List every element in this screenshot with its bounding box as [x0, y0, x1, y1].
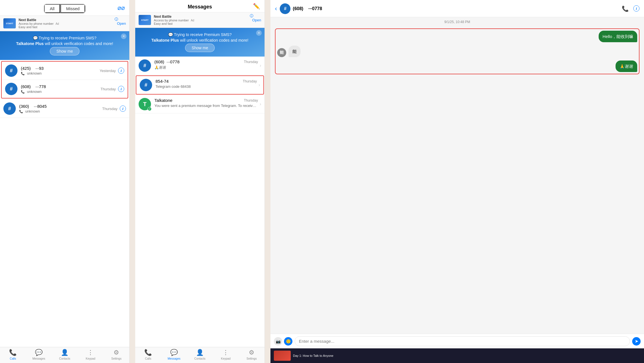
- all-missed-toggle[interactable]: All Missed: [44, 4, 86, 13]
- call-item-608[interactable]: # (608) ···778 📞 unknown Thursday i: [2, 80, 128, 98]
- call-item-425[interactable]: # (425) ···93 📞 unknown Yesterday i: [2, 62, 128, 80]
- phone-icon-2: 📞: [21, 90, 25, 93]
- contacts-tab-label: Contacts: [59, 357, 70, 360]
- msg-settings-tab-label: Settings: [247, 357, 257, 360]
- chat-msg-1-wrapper: Hello，能收到嘛: [277, 31, 637, 42]
- msg-ad-subtitle: Access by phone number Ad: [154, 19, 250, 22]
- chat-timestamp: 9/1/25, 10:48 PM: [270, 17, 644, 26]
- promo-line1: 💬 Trying to receive Premium SMS?: [33, 36, 97, 40]
- conversation-608[interactable]: # (608) ···0778 Thursday 🙏谢谢 ›: [135, 57, 265, 75]
- tab-messages[interactable]: 💬 Messages: [26, 349, 52, 360]
- all-tab[interactable]: All: [44, 4, 60, 13]
- left-spacer: [130, 0, 135, 363]
- msg-preview-talkatone: You were sent a premium message from Tel…: [154, 104, 258, 108]
- msg-promo-show-me-btn[interactable]: Show me: [185, 44, 214, 52]
- message-input[interactable]: [295, 336, 630, 346]
- call-sub-425: 📞 unknown: [21, 71, 100, 75]
- missed-tab[interactable]: Missed: [61, 4, 85, 13]
- tab-contacts[interactable]: 👤 Contacts: [52, 349, 78, 360]
- messages-ad-banner: START Next Battle Access by phone number…: [135, 12, 265, 28]
- send-btn[interactable]: ➤: [632, 337, 641, 346]
- messages-tab-label: Messages: [32, 357, 45, 360]
- right-spacer: [265, 0, 270, 363]
- voicemail-icon[interactable]: ⌀⌀: [117, 4, 125, 12]
- call-sub-608: 📞 unknown: [21, 89, 101, 94]
- msg-time-854: Thursday: [243, 79, 257, 83]
- msg-content-talkatone: Talkatone Thursday You were sent a premi…: [154, 98, 258, 108]
- ad-content: Next Battle Access by phone number Ad Ea…: [19, 18, 115, 29]
- ad-description: Easy and fast: [19, 25, 115, 29]
- msg-contacts-tab-label: Contacts: [194, 357, 205, 360]
- chat-msg-3-wrapper: 🙏谢谢: [277, 60, 637, 72]
- back-btn[interactable]: ‹: [275, 5, 277, 12]
- msg-preview-608: 🙏谢谢: [154, 65, 258, 70]
- msg-content-854: 854-74 Thursday Telegram code 68438: [156, 79, 257, 89]
- messages-list: # (608) ···0778 Thursday 🙏谢谢 › # 854-74 …: [135, 57, 265, 347]
- chat-highlight-box: Hello，能收到嘛 能 能 🙏谢谢: [275, 28, 639, 74]
- tab-calls[interactable]: 📞 Calls: [0, 349, 26, 360]
- camera-icon[interactable]: 📷: [274, 337, 282, 346]
- chat-actions: 📞 i: [622, 5, 639, 12]
- msg-time-608: Thursday: [244, 60, 258, 64]
- bottom-ad-image: [274, 351, 291, 361]
- msg-ad-description: Easy and fast: [154, 22, 250, 25]
- call-list: # (425) ···93 📞 unknown Yesterday i # (6…: [0, 60, 129, 347]
- emoji-icon[interactable]: 🙂: [284, 337, 292, 346]
- info-btn-360[interactable]: i: [120, 106, 126, 112]
- call-time-425: Yesterday: [100, 69, 116, 73]
- chat-msg-3: 🙏谢谢: [616, 60, 637, 72]
- chat-body: Hello，能收到嘛 能 能 🙏谢谢: [270, 26, 644, 334]
- calls-panel: All Missed ⌀⌀ START Next Battle Access b…: [0, 0, 130, 363]
- msg-ad-info-icon[interactable]: i: [250, 14, 253, 17]
- msg-ad-open-btn[interactable]: Open: [252, 18, 261, 22]
- messages-tab-bar: 📞 Calls 💬 Messages 👤 Contacts ⋮ Keypad ⚙…: [135, 347, 265, 363]
- call-item-360[interactable]: # (360) ···8045 📞 unknown Thursday i: [0, 100, 129, 118]
- msg-chevron-talkatone: ›: [260, 102, 261, 107]
- msg-promo-close-btn[interactable]: ✕: [256, 30, 262, 36]
- info-btn-425[interactable]: i: [118, 68, 124, 74]
- contacts-tab-icon: 👤: [61, 349, 68, 356]
- msg-time-talkatone: Thursday: [244, 98, 258, 102]
- ad-info-icon[interactable]: i: [115, 17, 118, 21]
- call-number-360: (360) ···8045: [19, 104, 102, 109]
- ad-title: Next Battle: [19, 18, 115, 22]
- msg-preview-854: Telegram code 68438: [156, 84, 257, 89]
- msg-tab-settings[interactable]: ⚙ Settings: [239, 349, 265, 360]
- phone-call-icon[interactable]: 📞: [622, 5, 629, 12]
- calls-ad-banner: START Next Battle Access by phone number…: [0, 16, 129, 31]
- msg-tab-messages[interactable]: 💬 Messages: [161, 349, 187, 360]
- msg-name-talkatone: Talkatone: [154, 98, 172, 103]
- call-time-360: Thursday: [102, 107, 117, 111]
- phone-icon: 📞: [21, 72, 25, 75]
- info-btn-608[interactable]: i: [118, 86, 124, 92]
- calls-header: All Missed ⌀⌀: [0, 0, 129, 16]
- msg-keypad-tab-label: Keypad: [221, 357, 230, 360]
- promo-close-btn[interactable]: ✕: [121, 33, 126, 39]
- calls-tab-label: Calls: [10, 357, 16, 360]
- chat-contact-avatar: #: [280, 3, 290, 14]
- chat-msg-1: Hello，能收到嘛: [599, 31, 637, 42]
- msg-tab-contacts[interactable]: 👤 Contacts: [187, 349, 213, 360]
- call-info-360: (360) ···8045 📞 unknown: [19, 104, 102, 113]
- msg-messages-tab-icon: 💬: [170, 349, 178, 356]
- msg-tab-calls[interactable]: 📞 Calls: [135, 349, 161, 360]
- keypad-tab-icon: ⋮: [87, 349, 94, 356]
- promo-line2: Talkatone Plus will unlock verification …: [16, 41, 113, 46]
- tab-settings[interactable]: ⚙ Settings: [103, 349, 129, 360]
- msg-promo-line2: Talkatone Plus will unlock verification …: [151, 38, 248, 42]
- call-info-425: (425) ···93 📞 unknown: [21, 66, 100, 75]
- settings-tab-label: Settings: [111, 357, 121, 360]
- ad-open-btn[interactable]: Open: [117, 21, 126, 26]
- tab-keypad[interactable]: ⋮ Keypad: [77, 349, 103, 360]
- calls-promo-banner: ✕ 💬 Trying to receive Premium SMS? Talka…: [0, 31, 129, 60]
- info-action-icon[interactable]: i: [633, 5, 639, 12]
- msg-calls-tab-label: Calls: [145, 357, 151, 360]
- messages-promo-banner: ✕ 💬 Trying to receive Premium SMS? Talka…: [135, 28, 265, 57]
- compose-icon[interactable]: ✏️: [253, 3, 260, 10]
- conversation-854[interactable]: # 854-74 Thursday Telegram code 68438 ›: [136, 75, 264, 95]
- msg-messages-tab-label: Messages: [168, 357, 181, 360]
- msg-tab-keypad[interactable]: ⋮ Keypad: [213, 349, 239, 360]
- conversation-talkatone[interactable]: T ✓ Talkatone Thursday You were sent a p…: [135, 95, 265, 113]
- promo-show-me-btn[interactable]: Show me: [50, 47, 79, 55]
- calls-tab-bar: 📞 Calls 💬 Messages 👤 Contacts ⋮ Keypad ⚙…: [0, 347, 129, 363]
